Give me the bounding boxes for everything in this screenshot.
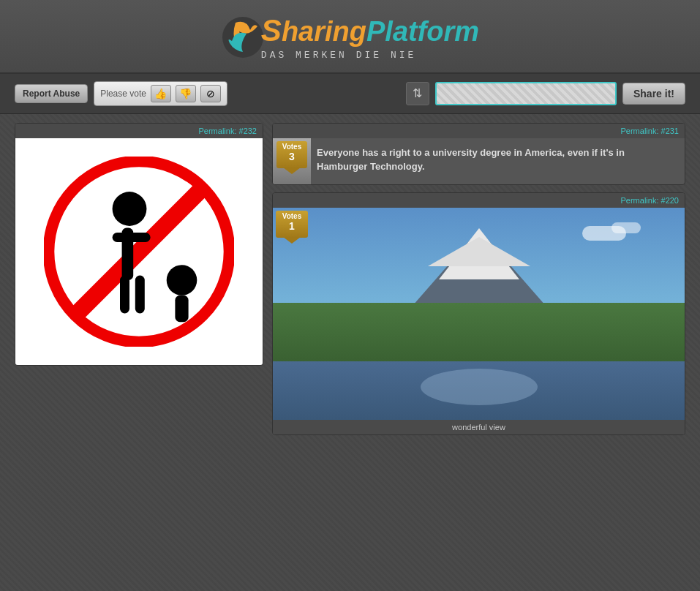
text-card-231: Permalink: #231 Votes 3 Everyone has a r…: [272, 123, 685, 185]
share-button[interactable]: Share it!: [622, 83, 685, 105]
vote-count-231: Votes 3: [276, 141, 308, 168]
permalink-220: Permalink: #220: [620, 196, 679, 205]
vote-count-220: Votes 1: [276, 211, 308, 238]
content-area: Permalink: #232: [0, 114, 700, 444]
svg-rect-9: [175, 295, 188, 321]
no-sex-image: [15, 138, 263, 365]
permalink-232: Permalink: #232: [198, 127, 257, 135]
text-card-body-231: Everyone has a right to a university deg…: [273, 138, 685, 184]
vote-section: Please vote 👍 👎 ⊘: [94, 81, 227, 106]
svg-rect-7: [135, 275, 145, 313]
vote-up-button[interactable]: 👍: [151, 85, 171, 102]
logo-platform: Platform: [366, 16, 479, 48]
no-sex-svg: [44, 157, 234, 347]
toolbar: Report Abuse Please vote 👍 👎 ⊘ ⇅ Share i…: [0, 74, 700, 114]
image-card-header-220: Permalink: #220: [273, 193, 685, 208]
svg-point-8: [167, 265, 197, 296]
vote-meh-button[interactable]: 👎: [176, 85, 196, 102]
svg-rect-5: [113, 233, 151, 242]
votes-badge-231: Votes 3: [273, 138, 311, 184]
please-vote-label: Please vote: [100, 89, 146, 99]
logo: S haring Platform Das Merken Die Nie: [221, 13, 479, 61]
image-card-220: Permalink: #220 Votes 1: [272, 192, 685, 435]
logo-s: S: [261, 13, 282, 48]
report-abuse-button[interactable]: Report Abuse: [15, 84, 88, 103]
image-card-232: Permalink: #232: [15, 123, 263, 366]
left-column: Permalink: #232: [15, 123, 263, 435]
card-header-232: Permalink: #232: [15, 124, 263, 138]
svg-rect-6: [120, 275, 129, 313]
vote-cancel-button[interactable]: ⊘: [200, 85, 221, 102]
image-card-content-220: Votes 1: [273, 208, 685, 420]
url-input[interactable]: [435, 82, 617, 105]
logo-text: S haring Platform Das Merken Die Nie: [261, 13, 479, 61]
logo-haring: haring: [282, 16, 366, 48]
site-header: S haring Platform Das Merken Die Nie: [0, 0, 700, 74]
logo-subtitle: Das Merken Die Nie: [261, 50, 416, 61]
mountain-image: [273, 208, 685, 420]
right-column: Permalink: #231 Votes 3 Everyone has a r…: [272, 123, 685, 435]
logo-icon: [221, 15, 265, 59]
svg-point-3: [113, 192, 147, 226]
votes-badge-220: Votes 1: [273, 208, 311, 241]
image-caption-220: wonderful view: [273, 420, 685, 434]
sort-icon[interactable]: ⇅: [406, 82, 429, 105]
permalink-231: Permalink: #231: [620, 127, 679, 135]
text-card-header-231: Permalink: #231: [273, 124, 685, 138]
